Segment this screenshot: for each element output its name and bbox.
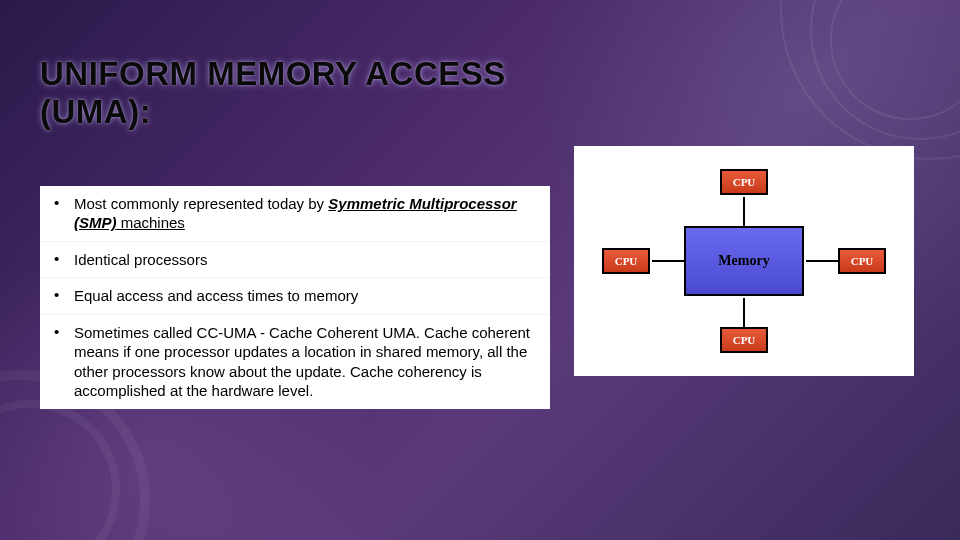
diagram-container: Memory CPU CPU CPU CPU <box>574 146 914 376</box>
connector-line <box>743 197 745 226</box>
bullet-text: Identical processors <box>74 251 207 268</box>
cpu-box-bottom: CPU <box>720 327 768 353</box>
slide: UNIFORM MEMORY ACCESS (UMA): Most common… <box>0 0 960 540</box>
bullet-list: Most commonly represented today by Symme… <box>40 186 550 409</box>
slide-title: UNIFORM MEMORY ACCESS (UMA): <box>40 55 560 131</box>
bullet-text: Sometimes called CC-UMA - Cache Coherent… <box>74 324 530 400</box>
bullet-item: Equal access and access times to memory <box>40 278 550 315</box>
connector-line <box>652 260 684 262</box>
bullet-item: Identical processors <box>40 242 550 279</box>
bullet-text: machines <box>117 214 185 231</box>
bullet-text: Most commonly represented today by <box>74 195 328 212</box>
memory-box: Memory <box>684 226 804 296</box>
cpu-box-right: CPU <box>838 248 886 274</box>
bullet-item: Most commonly represented today by Symme… <box>40 186 550 242</box>
uma-diagram: Memory CPU CPU CPU CPU <box>594 161 894 361</box>
content-row: Most commonly represented today by Symme… <box>40 186 920 409</box>
connector-line <box>743 298 745 327</box>
cpu-box-top: CPU <box>720 169 768 195</box>
connector-line <box>806 260 838 262</box>
bullet-text: Equal access and access times to memory <box>74 287 358 304</box>
cpu-box-left: CPU <box>602 248 650 274</box>
bullet-item: Sometimes called CC-UMA - Cache Coherent… <box>40 315 550 409</box>
